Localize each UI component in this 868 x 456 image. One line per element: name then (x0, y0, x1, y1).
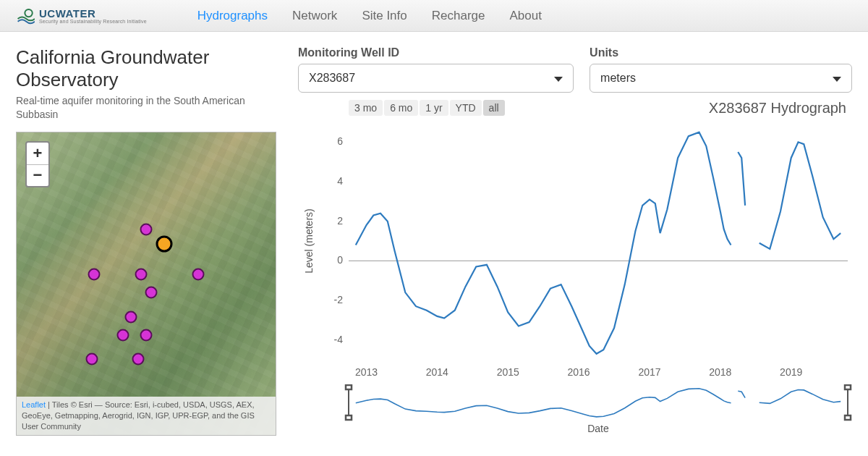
map-marker[interactable] (135, 269, 147, 281)
svg-text:-4: -4 (334, 334, 344, 345)
range-button[interactable]: YTD (450, 100, 482, 116)
brand: UCWATER Security and Sustainability Rese… (16, 7, 147, 25)
brush-handle-right[interactable] (845, 385, 851, 420)
map-marker[interactable] (85, 353, 98, 366)
tab-hydrographs[interactable]: Hydrographs (197, 9, 268, 23)
top-nav: UCWATER Security and Sustainability Rese… (0, 0, 868, 32)
svg-text:2018: 2018 (709, 366, 731, 378)
units-select[interactable]: meters (590, 64, 852, 93)
well-select-label: Monitoring Well ID (298, 46, 574, 59)
svg-text:-2: -2 (334, 294, 344, 305)
page-subtitle: Real-time aquifer monitoring in the Sout… (16, 94, 276, 122)
svg-text:6: 6 (337, 135, 343, 147)
range-button[interactable]: all (483, 100, 505, 116)
map-zoom-in-button[interactable]: + (27, 143, 48, 164)
chevron-down-icon (833, 77, 841, 82)
svg-text:2014: 2014 (426, 366, 448, 378)
svg-text:4: 4 (337, 175, 343, 187)
tab-recharge[interactable]: Recharge (432, 9, 485, 23)
svg-rect-20 (845, 385, 851, 389)
svg-rect-18 (346, 415, 352, 420)
brand-tagline: Security and Sustainability Research Ini… (39, 19, 147, 24)
svg-rect-17 (346, 385, 352, 389)
well-select[interactable]: X283687 (298, 64, 574, 93)
leaflet-link[interactable]: Leaflet (22, 400, 46, 409)
svg-text:Level (meters): Level (meters) (303, 208, 315, 273)
hydrograph-overview[interactable]: Date (298, 384, 855, 435)
range-button[interactable]: 6 mo (384, 100, 418, 116)
map-zoom-out-button[interactable]: − (27, 164, 48, 186)
map-marker[interactable] (192, 269, 204, 281)
chart-title: X283687 Hydrograph (709, 100, 846, 117)
units-select-value: meters (600, 72, 636, 85)
map-marker[interactable] (145, 287, 158, 299)
svg-point-0 (25, 9, 32, 16)
svg-text:2016: 2016 (568, 366, 590, 378)
svg-text:2013: 2013 (355, 366, 378, 378)
well-select-value: X283687 (309, 72, 355, 85)
svg-text:2: 2 (337, 215, 343, 227)
svg-text:Date: Date (587, 423, 609, 434)
tab-site-info[interactable]: Site Info (362, 9, 407, 23)
brand-name: UCWATER (39, 8, 147, 19)
svg-text:0: 0 (337, 254, 343, 266)
svg-text:2017: 2017 (638, 366, 660, 378)
well-map[interactable]: + − Leaflet | Tiles © Esri — Source: Esr… (16, 132, 276, 436)
tab-about[interactable]: About (509, 9, 541, 23)
map-marker[interactable] (140, 329, 153, 341)
range-button[interactable]: 3 mo (349, 100, 383, 116)
map-attribution: Leaflet | Tiles © Esri — Source: Esri, i… (17, 397, 276, 435)
svg-text:2015: 2015 (497, 366, 519, 378)
hydrograph-chart[interactable]: -4-202462013201420152016201720182019Leve… (298, 117, 855, 384)
brush-handle-left[interactable] (346, 385, 352, 420)
brand-logo-icon (16, 7, 35, 25)
units-select-label: Units (590, 46, 852, 59)
map-marker[interactable] (88, 269, 101, 281)
map-marker[interactable] (140, 223, 153, 235)
range-selector: 3 mo6 mo1 yrYTDall (349, 100, 505, 116)
map-marker[interactable] (124, 311, 137, 323)
svg-text:2019: 2019 (780, 366, 802, 378)
map-marker-selected[interactable] (156, 236, 173, 253)
map-marker[interactable] (116, 329, 129, 341)
page-title: California Groundwater Observatory (16, 46, 284, 91)
map-marker[interactable] (132, 353, 145, 366)
tab-network[interactable]: Network (292, 9, 337, 23)
range-button[interactable]: 1 yr (420, 100, 448, 116)
svg-rect-21 (845, 415, 851, 420)
nav-tabs: HydrographsNetworkSite InfoRechargeAbout (197, 9, 542, 23)
chevron-down-icon (554, 77, 563, 82)
map-zoom-controls: + − (25, 141, 50, 187)
